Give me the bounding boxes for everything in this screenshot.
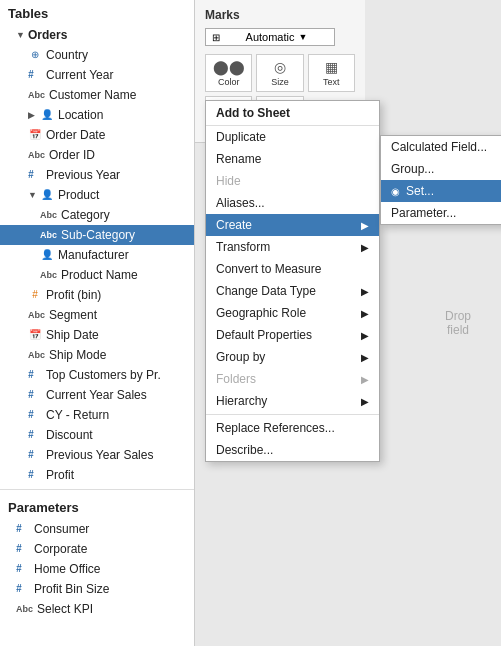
convert-label: Convert to Measure	[216, 262, 321, 276]
rename-label: Rename	[216, 152, 261, 166]
date-icon: 📅	[28, 126, 42, 144]
submenu-item-group[interactable]: Group...	[381, 158, 501, 180]
tree-item-corporate[interactable]: # Corporate	[0, 539, 194, 559]
group-by-label: Group by	[216, 350, 265, 364]
tree-item-order-date[interactable]: 📅 Order Date	[0, 125, 194, 145]
menu-item-create[interactable]: Create ▶	[206, 214, 379, 236]
tree-item-segment[interactable]: Abc Segment	[0, 305, 194, 325]
drop-field-area: Drop field	[445, 309, 471, 337]
item-label: Ship Date	[46, 326, 99, 344]
tree-item-sub-category[interactable]: Abc Sub-Category	[0, 225, 194, 245]
menu-item-transform[interactable]: Transform ▶	[206, 236, 379, 258]
tree-item-consumer[interactable]: # Consumer	[0, 519, 194, 539]
tree-item-location[interactable]: ▶ 👤 Location	[0, 105, 194, 125]
create-arrow-icon: ▶	[361, 220, 369, 231]
divider	[0, 489, 194, 490]
item-label: CY - Return	[46, 406, 109, 424]
tree-item-ship-mode[interactable]: Abc Ship Mode	[0, 345, 194, 365]
orders-chevron: ▼	[16, 26, 26, 44]
transform-label: Transform	[216, 240, 270, 254]
menu-item-replace-references[interactable]: Replace References...	[206, 417, 379, 439]
tree-item-order-id[interactable]: Abc Order ID	[0, 145, 194, 165]
marks-size-btn[interactable]: ◎ Size	[256, 54, 303, 92]
item-label: Consumer	[34, 520, 89, 538]
measure-icon: #	[16, 580, 30, 598]
submenu-item-set[interactable]: ◉ Set...	[381, 180, 501, 202]
submenu-item-calculated-field[interactable]: Calculated Field...	[381, 136, 501, 158]
tree-item-product[interactable]: ▼ 👤 Product	[0, 185, 194, 205]
tree-item-profit-bin-size[interactable]: # Profit Bin Size	[0, 579, 194, 599]
abc-icon: Abc	[28, 86, 45, 104]
color-dots-icon: ⬤⬤	[213, 59, 245, 75]
duplicate-label: Duplicate	[216, 130, 266, 144]
size-label: Size	[271, 77, 289, 87]
menu-item-geographic-role[interactable]: Geographic Role ▶	[206, 302, 379, 324]
tree-item-manufacturer[interactable]: 👤 Manufacturer	[0, 245, 194, 265]
tree-item-country[interactable]: ⊕ Country	[0, 45, 194, 65]
tree-item-previous-year[interactable]: # Previous Year	[0, 165, 194, 185]
menu-item-change-data-type[interactable]: Change Data Type ▶	[206, 280, 379, 302]
globe-icon: ⊕	[28, 46, 42, 64]
tree-item-customer-name[interactable]: Abc Customer Name	[0, 85, 194, 105]
right-panel: Marks ⊞ Automatic ▼ ⬤⬤ Color ◎ Size ▦ Te…	[195, 0, 501, 646]
menu-item-group-by[interactable]: Group by ▶	[206, 346, 379, 368]
tree-item-ship-date[interactable]: 📅 Ship Date	[0, 325, 194, 345]
set-label: Set...	[406, 184, 434, 198]
menu-item-describe[interactable]: Describe...	[206, 439, 379, 461]
menu-header: Add to Sheet	[206, 101, 379, 126]
hierarchy-label: Hierarchy	[216, 394, 267, 408]
marks-color-btn[interactable]: ⬤⬤ Color	[205, 54, 252, 92]
tree-item-top-customers[interactable]: # Top Customers by Pr.	[0, 365, 194, 385]
hide-label: Hide	[216, 174, 241, 188]
date-icon: 📅	[28, 326, 42, 344]
item-label: Product Name	[61, 266, 138, 284]
menu-item-aliases[interactable]: Aliases...	[206, 192, 379, 214]
item-label: Previous Year	[46, 166, 120, 184]
abc-icon: Abc	[16, 600, 33, 618]
menu-item-hierarchy[interactable]: Hierarchy ▶	[206, 390, 379, 412]
menu-item-duplicate[interactable]: Duplicate	[206, 126, 379, 148]
transform-arrow-icon: ▶	[361, 242, 369, 253]
product-chevron: ▼	[28, 186, 38, 204]
item-label: Customer Name	[49, 86, 136, 104]
tree-item-select-kpi[interactable]: Abc Select KPI	[0, 599, 194, 619]
tree-item-product-name[interactable]: Abc Product Name	[0, 265, 194, 285]
item-label: Country	[46, 46, 88, 64]
marks-title: Marks	[205, 8, 355, 22]
abc-icon: Abc	[28, 346, 45, 364]
change-data-type-label: Change Data Type	[216, 284, 316, 298]
tree-item-profit[interactable]: # Profit	[0, 465, 194, 485]
measure-icon: #	[28, 386, 42, 404]
item-label: Corporate	[34, 540, 87, 558]
tree-item-category[interactable]: Abc Category	[0, 205, 194, 225]
tree-item-discount[interactable]: # Discount	[0, 425, 194, 445]
tree-item-previous-year-sales[interactable]: # Previous Year Sales	[0, 445, 194, 465]
tree-item-home-office[interactable]: # Home Office	[0, 559, 194, 579]
tree-item-cy-return[interactable]: # CY - Return	[0, 405, 194, 425]
measure-icon: #	[16, 540, 30, 558]
set-check-icon: ◉	[391, 186, 400, 197]
marks-dropdown[interactable]: ⊞ Automatic ▼	[205, 28, 335, 46]
menu-item-rename[interactable]: Rename	[206, 148, 379, 170]
measure-icon: #	[16, 560, 30, 578]
tables-title: Tables	[0, 0, 194, 25]
measure-icon: #	[28, 66, 42, 84]
person-icon: 👤	[40, 106, 54, 124]
item-label: Select KPI	[37, 600, 93, 618]
menu-item-default-properties[interactable]: Default Properties ▶	[206, 324, 379, 346]
orange-hash-icon: #	[28, 286, 42, 304]
orders-group[interactable]: ▼ Orders	[0, 25, 194, 45]
measure-icon: #	[28, 406, 42, 424]
menu-item-folders: Folders ▶	[206, 368, 379, 390]
submenu-item-parameter[interactable]: Parameter...	[381, 202, 501, 224]
geographic-role-arrow-icon: ▶	[361, 308, 369, 319]
measure-icon: #	[28, 446, 42, 464]
menu-item-convert[interactable]: Convert to Measure	[206, 258, 379, 280]
item-label: Previous Year Sales	[46, 446, 153, 464]
marks-text-btn[interactable]: ▦ Text	[308, 54, 355, 92]
item-label: Top Customers by Pr.	[46, 366, 161, 384]
tree-item-current-year[interactable]: # Current Year	[0, 65, 194, 85]
tree-item-current-year-sales[interactable]: # Current Year Sales	[0, 385, 194, 405]
abc-icon: Abc	[40, 266, 57, 284]
tree-item-profit-bin[interactable]: # Profit (bin)	[0, 285, 194, 305]
